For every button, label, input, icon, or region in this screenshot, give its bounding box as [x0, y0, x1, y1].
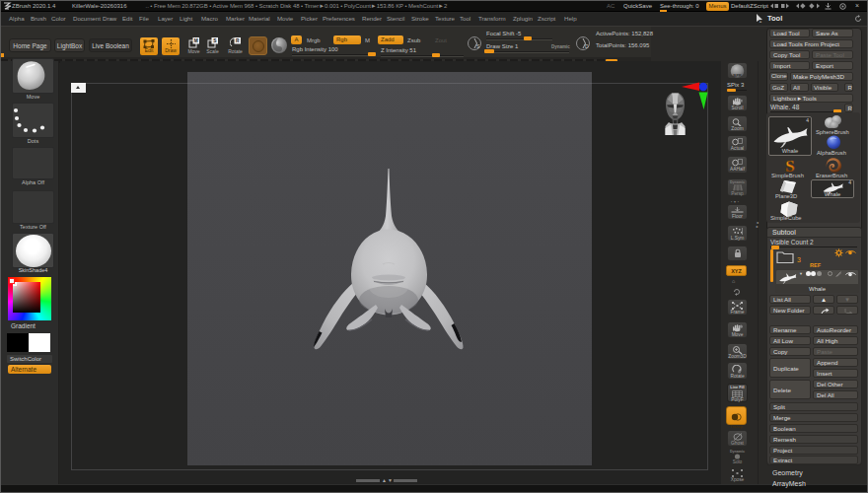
svg-text:D: D: [585, 43, 589, 49]
svg-text:R: R: [236, 38, 240, 43]
svg-text:M: M: [194, 38, 198, 43]
svg-text:BPR: BPR: [733, 73, 742, 78]
